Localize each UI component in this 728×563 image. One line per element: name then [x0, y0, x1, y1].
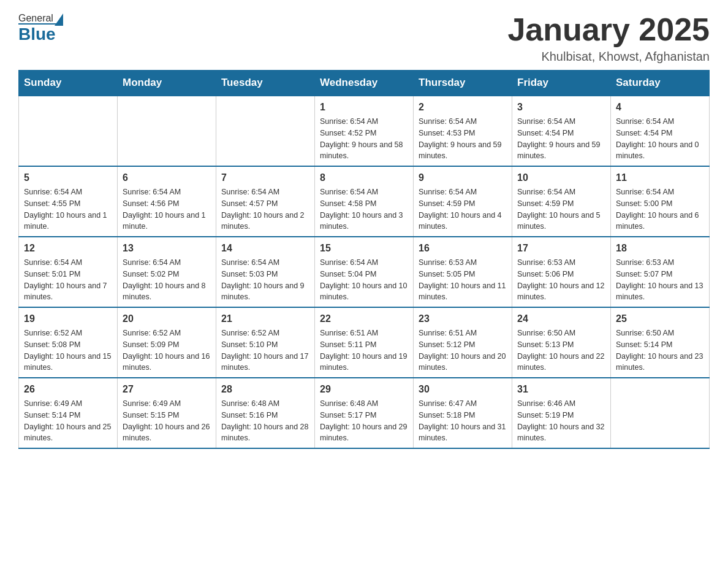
sunrise-text: Sunrise: 6:53 AM	[517, 258, 575, 267]
sunset-text: Sunset: 5:12 PM	[419, 340, 475, 349]
sunrise-text: Sunrise: 6:53 AM	[616, 258, 674, 267]
col-monday: Monday	[118, 71, 216, 96]
table-row: 13Sunrise: 6:54 AMSunset: 5:02 PMDayligh…	[118, 237, 216, 307]
page-header: General Blue January 2025 Khulbisat, Kho…	[18, 12, 710, 64]
daylight-text: Daylight: 10 hours and 5 minutes.	[517, 211, 601, 231]
sunset-text: Sunset: 5:14 PM	[24, 411, 80, 419]
day-number: 14	[221, 241, 309, 256]
table-row: 15Sunrise: 6:54 AMSunset: 5:04 PMDayligh…	[315, 237, 414, 307]
sunrise-text: Sunrise: 6:54 AM	[517, 188, 575, 196]
calendar-week-row: 12Sunrise: 6:54 AMSunset: 5:01 PMDayligh…	[19, 237, 710, 307]
day-number: 4	[616, 100, 704, 115]
calendar-week-row: 1Sunrise: 6:54 AMSunset: 4:52 PMDaylight…	[19, 96, 710, 166]
table-row: 8Sunrise: 6:54 AMSunset: 4:58 PMDaylight…	[315, 166, 414, 237]
sunset-text: Sunset: 4:53 PM	[419, 129, 475, 137]
daylight-text: Daylight: 10 hours and 8 minutes.	[123, 282, 206, 302]
sunrise-text: Sunrise: 6:54 AM	[320, 188, 378, 196]
sunrise-text: Sunrise: 6:54 AM	[24, 188, 82, 196]
sunrise-text: Sunrise: 6:54 AM	[419, 188, 477, 196]
sunrise-text: Sunrise: 6:54 AM	[616, 188, 674, 196]
daylight-text: Daylight: 10 hours and 12 minutes.	[517, 282, 604, 302]
table-row: 26Sunrise: 6:49 AMSunset: 5:14 PMDayligh…	[19, 378, 118, 448]
sunrise-text: Sunrise: 6:54 AM	[320, 117, 378, 126]
calendar-week-row: 26Sunrise: 6:49 AMSunset: 5:14 PMDayligh…	[19, 378, 710, 448]
table-row: 5Sunrise: 6:54 AMSunset: 4:55 PMDaylight…	[19, 166, 118, 237]
sunrise-text: Sunrise: 6:47 AM	[419, 399, 477, 408]
table-row: 18Sunrise: 6:53 AMSunset: 5:07 PMDayligh…	[611, 237, 710, 307]
day-number: 27	[123, 382, 211, 397]
col-sunday: Sunday	[19, 71, 118, 96]
daylight-text: Daylight: 10 hours and 13 minutes.	[616, 282, 703, 302]
day-number: 12	[24, 241, 112, 256]
daylight-text: Daylight: 10 hours and 2 minutes.	[221, 211, 305, 231]
logo-triangle-icon	[55, 13, 63, 26]
sunrise-text: Sunrise: 6:54 AM	[221, 258, 279, 267]
day-number: 2	[419, 100, 507, 115]
day-number: 28	[221, 382, 309, 397]
table-row: 14Sunrise: 6:54 AMSunset: 5:03 PMDayligh…	[216, 237, 315, 307]
daylight-text: Daylight: 10 hours and 28 minutes.	[221, 423, 308, 443]
daylight-text: Daylight: 10 hours and 17 minutes.	[221, 352, 308, 372]
sunrise-text: Sunrise: 6:52 AM	[123, 329, 181, 337]
calendar-header-row: Sunday Monday Tuesday Wednesday Thursday…	[19, 71, 710, 96]
daylight-text: Daylight: 10 hours and 11 minutes.	[419, 282, 506, 302]
daylight-text: Daylight: 10 hours and 29 minutes.	[320, 423, 407, 443]
col-tuesday: Tuesday	[216, 71, 315, 96]
sunset-text: Sunset: 5:19 PM	[517, 411, 574, 419]
sunrise-text: Sunrise: 6:51 AM	[419, 329, 477, 337]
daylight-text: Daylight: 10 hours and 19 minutes.	[320, 352, 407, 372]
sunrise-text: Sunrise: 6:49 AM	[24, 399, 82, 408]
table-row: 7Sunrise: 6:54 AMSunset: 4:57 PMDaylight…	[216, 166, 315, 237]
table-row: 23Sunrise: 6:51 AMSunset: 5:12 PMDayligh…	[414, 307, 512, 378]
sunrise-text: Sunrise: 6:48 AM	[320, 399, 378, 408]
daylight-text: Daylight: 10 hours and 1 minute.	[24, 211, 107, 231]
sunset-text: Sunset: 5:13 PM	[517, 340, 574, 349]
sunset-text: Sunset: 5:01 PM	[24, 270, 80, 278]
month-title: January 2025	[507, 12, 710, 47]
sunset-text: Sunset: 4:52 PM	[320, 129, 376, 137]
day-number: 25	[616, 312, 704, 326]
daylight-text: Daylight: 10 hours and 9 minutes.	[221, 282, 305, 302]
table-row: 31Sunrise: 6:46 AMSunset: 5:19 PMDayligh…	[512, 378, 611, 448]
sunset-text: Sunset: 4:54 PM	[517, 129, 574, 137]
sunset-text: Sunset: 5:03 PM	[221, 270, 278, 278]
table-row: 6Sunrise: 6:54 AMSunset: 4:56 PMDaylight…	[118, 166, 216, 237]
daylight-text: Daylight: 10 hours and 7 minutes.	[24, 282, 107, 302]
sunrise-text: Sunrise: 6:54 AM	[24, 258, 82, 267]
day-number: 3	[517, 100, 605, 115]
sunset-text: Sunset: 4:59 PM	[419, 199, 475, 208]
sunset-text: Sunset: 5:11 PM	[320, 340, 376, 349]
sunrise-text: Sunrise: 6:52 AM	[24, 329, 82, 337]
daylight-text: Daylight: 9 hours and 58 minutes.	[320, 140, 403, 161]
sunrise-text: Sunrise: 6:53 AM	[419, 258, 477, 267]
sunset-text: Sunset: 4:58 PM	[320, 199, 376, 208]
sunrise-text: Sunrise: 6:51 AM	[320, 329, 378, 337]
sunset-text: Sunset: 5:07 PM	[616, 270, 672, 278]
day-number: 10	[517, 170, 605, 185]
daylight-text: Daylight: 10 hours and 16 minutes.	[123, 352, 210, 372]
table-row	[19, 96, 118, 166]
daylight-text: Daylight: 10 hours and 15 minutes.	[24, 352, 111, 372]
logo: General Blue	[18, 12, 64, 44]
table-row: 1Sunrise: 6:54 AMSunset: 4:52 PMDaylight…	[315, 96, 414, 166]
daylight-text: Daylight: 10 hours and 10 minutes.	[320, 282, 407, 302]
col-wednesday: Wednesday	[315, 71, 414, 96]
sunrise-text: Sunrise: 6:54 AM	[616, 117, 674, 126]
sunrise-text: Sunrise: 6:50 AM	[616, 329, 674, 337]
sunrise-text: Sunrise: 6:48 AM	[221, 399, 279, 408]
day-number: 9	[419, 170, 507, 185]
daylight-text: Daylight: 10 hours and 25 minutes.	[24, 423, 111, 443]
sunrise-text: Sunrise: 6:54 AM	[320, 258, 378, 267]
day-number: 16	[419, 241, 507, 256]
sunset-text: Sunset: 5:08 PM	[24, 340, 80, 349]
day-number: 17	[517, 241, 605, 256]
day-number: 21	[221, 312, 309, 326]
day-number: 20	[123, 312, 211, 326]
day-number: 26	[24, 382, 112, 397]
day-number: 11	[616, 170, 704, 185]
day-number: 13	[123, 241, 211, 256]
table-row: 9Sunrise: 6:54 AMSunset: 4:59 PMDaylight…	[414, 166, 512, 237]
table-row: 25Sunrise: 6:50 AMSunset: 5:14 PMDayligh…	[611, 307, 710, 378]
daylight-text: Daylight: 9 hours and 59 minutes.	[419, 140, 502, 161]
logo-blue-text: Blue	[18, 25, 56, 44]
